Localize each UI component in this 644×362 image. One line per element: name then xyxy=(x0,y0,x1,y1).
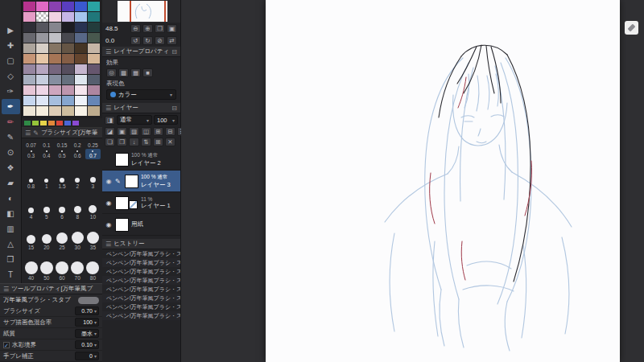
color-swatch[interactable] xyxy=(88,96,100,105)
gradient-chip[interactable] xyxy=(64,121,71,125)
text-tool[interactable]: T xyxy=(2,267,20,282)
color-swatch[interactable] xyxy=(75,106,87,116)
history-entry[interactable]: ペンペン!万年筆風ブラシ・スタブ xyxy=(102,258,180,267)
brush-size-cell[interactable]: 40 xyxy=(23,251,39,282)
collapse-icon[interactable]: ⊟ xyxy=(171,48,177,56)
layer-thumbnail[interactable] xyxy=(115,153,129,167)
new-folder-icon[interactable]: ❐ xyxy=(117,138,127,146)
color-swatch[interactable] xyxy=(75,12,87,22)
history-entry[interactable]: ペンペン!万年筆風ブラシ・スタブ xyxy=(102,302,180,311)
color-swatch[interactable] xyxy=(49,106,61,116)
color-swatch[interactable] xyxy=(49,2,61,11)
brush-size-cell[interactable]: 0.4 xyxy=(39,149,54,159)
history-entry[interactable]: ペンペン!万年筆風ブラシ・スタブ xyxy=(102,267,180,276)
color-swatch[interactable] xyxy=(23,75,35,84)
floating-eraser-icon[interactable] xyxy=(625,21,638,35)
color-swatch[interactable] xyxy=(49,54,61,64)
brush-size-cell[interactable]: 4 xyxy=(23,190,39,220)
brush-size-cell[interactable]: 0.3 xyxy=(23,149,39,159)
gradient-chip[interactable] xyxy=(40,121,47,125)
checkbox[interactable]: ✓ xyxy=(3,342,10,348)
extract-line-icon[interactable]: ▦ xyxy=(130,68,141,77)
color-swatch[interactable] xyxy=(36,23,48,32)
color-swatch[interactable] xyxy=(49,85,61,95)
color-swatch[interactable] xyxy=(75,85,87,95)
zoom-out-icon[interactable]: ⊖ xyxy=(130,24,141,33)
color-swatch[interactable] xyxy=(75,2,87,11)
lock-alpha-icon[interactable]: ▨ xyxy=(129,127,139,136)
layer-thumbnail[interactable] xyxy=(115,218,129,232)
brush-size-cell[interactable]: 3 xyxy=(85,159,101,190)
color-swatch[interactable] xyxy=(49,23,61,32)
actual-size-icon[interactable]: ▣ xyxy=(167,24,177,33)
color-swatch[interactable] xyxy=(49,96,61,105)
color-swatch[interactable] xyxy=(23,64,35,74)
layer-row[interactable]: ◉✎100 % 通常レイヤー 3 xyxy=(102,171,180,192)
brush-size-cell[interactable]: 35 xyxy=(85,220,101,251)
color-swatch[interactable] xyxy=(75,64,87,74)
canvas[interactable] xyxy=(266,0,620,362)
visibility-eye-icon[interactable]: ◉ xyxy=(105,178,113,185)
auto-select-tool[interactable]: ◇ xyxy=(2,68,20,84)
move-layer-tool[interactable]: ✚ xyxy=(2,38,20,53)
field-value[interactable]: 墨水▾ xyxy=(75,329,99,338)
color-swatch[interactable] xyxy=(62,43,74,53)
color-swatch[interactable] xyxy=(23,85,35,95)
color-swatch[interactable] xyxy=(75,54,87,64)
color-swatch[interactable] xyxy=(36,106,48,116)
color-swatch[interactable] xyxy=(36,12,48,22)
brush-size-cell[interactable]: 15 xyxy=(23,220,39,251)
history-entry[interactable]: ペンペン!万年筆風ブラシ・スタブ xyxy=(102,276,180,285)
color-swatch[interactable] xyxy=(36,96,48,105)
color-swatch[interactable] xyxy=(23,54,35,64)
brush-size-cell[interactable]: 10 xyxy=(85,190,101,220)
blend-tool[interactable]: ◐ xyxy=(2,191,20,206)
field-value[interactable]: 0.10▾ xyxy=(75,340,99,349)
brush-size-cell[interactable]: 0.7 xyxy=(85,149,101,159)
navigator-thumbnail[interactable] xyxy=(118,1,167,22)
rotate-left-icon[interactable]: ↺ xyxy=(130,36,141,45)
brush-tool[interactable]: ✎ xyxy=(2,130,20,145)
color-swatch[interactable] xyxy=(88,33,100,43)
color-swatch[interactable] xyxy=(23,23,35,32)
opacity-control[interactable]: 100 ▾ xyxy=(154,115,178,125)
color-swatch[interactable] xyxy=(88,64,100,74)
fill-tool[interactable]: ◧ xyxy=(2,206,20,221)
color-swatch[interactable] xyxy=(88,75,100,84)
brush-size-cell[interactable]: 25 xyxy=(54,220,69,251)
color-swatch[interactable] xyxy=(75,43,87,53)
color-swatch[interactable] xyxy=(88,54,100,64)
clip-to-layer-icon[interactable]: ◪ xyxy=(105,127,115,136)
color-swatch[interactable] xyxy=(75,96,87,105)
gradient-tool[interactable]: ▥ xyxy=(2,221,20,237)
color-swatch[interactable] xyxy=(36,33,48,43)
canvas-workspace[interactable] xyxy=(181,0,644,362)
brush-size-cell[interactable]: 0.07 xyxy=(23,138,39,149)
figure-tool[interactable]: △ xyxy=(2,237,20,252)
field-value[interactable]: 0▾ xyxy=(75,352,99,360)
panel-menu-icon[interactable]: ☰ xyxy=(25,130,31,137)
color-swatch[interactable] xyxy=(23,106,35,116)
layer-row[interactable]: 100 % 通常レイヤー 2 xyxy=(102,149,180,171)
rotate-right-icon[interactable]: ↻ xyxy=(142,36,153,45)
brush-size-cell[interactable]: 0.1 xyxy=(39,138,54,149)
color-swatch[interactable] xyxy=(75,33,87,43)
reset-rotation-icon[interactable]: ⊘ xyxy=(155,36,165,45)
color-swatch[interactable] xyxy=(49,43,61,53)
color-swatch[interactable] xyxy=(23,2,35,11)
color-swatch[interactable] xyxy=(88,85,100,95)
color-swatch[interactable] xyxy=(36,43,48,53)
color-swatch[interactable] xyxy=(23,33,35,43)
color-swatch[interactable] xyxy=(36,64,48,74)
color-swatch[interactable] xyxy=(62,12,74,22)
brush-size-cell[interactable]: 0.15 xyxy=(54,138,69,149)
brush-size-cell[interactable]: 80 xyxy=(85,251,101,282)
brush-size-cell[interactable]: 20 xyxy=(39,220,54,251)
duplicate-layer-icon[interactable]: ⊞ xyxy=(153,138,163,146)
color-swatch[interactable] xyxy=(23,12,35,22)
color-swatch[interactable] xyxy=(36,54,48,64)
brush-size-cell[interactable]: 0.25 xyxy=(85,138,101,149)
brush-size-cell[interactable]: 1.5 xyxy=(54,159,69,190)
color-swatch[interactable] xyxy=(36,85,48,95)
panel-menu-icon[interactable]: ☰ xyxy=(3,286,9,293)
